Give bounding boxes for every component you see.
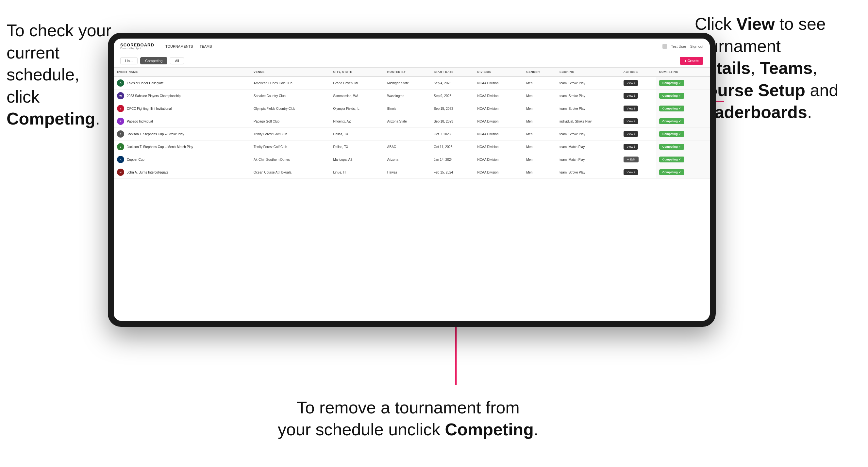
actions-cell: View ℹ [620, 128, 656, 141]
venue: Ak-Chin Southern Dunes [250, 153, 330, 166]
annotation-line1: To check your [6, 21, 112, 40]
tab-competing[interactable]: Competing [140, 57, 167, 64]
actions-cell: View ℹ [620, 102, 656, 115]
table-header-row: EVENT NAME VENUE CITY, STATE HOSTED BY S… [114, 68, 710, 76]
gender: Men [523, 102, 556, 115]
competing-badge[interactable]: Competing ✓ [659, 105, 685, 112]
hosted-by: Michigan State [384, 76, 430, 90]
hosted-by: Hawaii [384, 166, 430, 179]
powered-by: Powered by clippi [120, 47, 154, 50]
hosted-by: Illinois [384, 102, 430, 115]
scoring: team, Stroke Play [556, 102, 620, 115]
event-name-cell: H John A. Burns Intercollegiate [114, 166, 250, 179]
event-name-cell: J Jackson T. Stephens Cup – Men's Match … [114, 141, 250, 153]
venue: Trinity Forest Golf Club [250, 128, 330, 141]
nav-tournaments[interactable]: TOURNAMENTS [165, 44, 193, 49]
view-button[interactable]: View ℹ [624, 93, 638, 99]
scoring: team, Match Play [556, 153, 620, 166]
gender: Men [523, 90, 556, 102]
competing-cell: Competing ✓ [656, 102, 710, 115]
hosted-by: Washington [384, 90, 430, 102]
annotation-end: . [95, 109, 100, 128]
competing-badge[interactable]: Competing ✓ [659, 144, 685, 150]
view-button[interactable]: View ℹ [624, 169, 638, 175]
city-state: Maricopa, AZ [330, 153, 384, 166]
actions-cell: View ℹ [620, 166, 656, 179]
col-start-date: START DATE [430, 68, 474, 76]
view-button[interactable]: View ℹ [624, 105, 638, 112]
scoring: team, Stroke Play [556, 76, 620, 90]
col-actions: ACTIONS [620, 68, 656, 76]
col-scoring: SCORING [556, 68, 620, 76]
nav-brand: SCOREBOARD Powered by clippi [120, 43, 154, 50]
start-date: Sep 9, 2023 [430, 90, 474, 102]
actions-cell: View ℹ [620, 76, 656, 90]
view-button[interactable]: View ℹ [624, 80, 638, 86]
annotation-line2: current schedule, [6, 43, 80, 84]
competing-cell: Competing ✓ [656, 90, 710, 102]
actions-cell: ✏ Edit [620, 153, 656, 166]
ann-b-2: your schedule unclick [278, 420, 445, 439]
city-state: Sammamish, WA [330, 90, 384, 102]
event-name-text: 2023 Sahalee Players Championship [127, 94, 181, 98]
competing-cell: Competing ✓ [656, 128, 710, 141]
start-date: Sep 18, 2023 [430, 115, 474, 128]
hosted-by: Arizona State [384, 115, 430, 128]
ann-tr-4: , [751, 59, 760, 77]
competing-badge[interactable]: Competing ✓ [659, 80, 685, 86]
table-row: S Folds of Honor Collegiate American Dun… [114, 76, 710, 90]
hosted-by [384, 128, 430, 141]
edit-button[interactable]: ✏ Edit [624, 157, 639, 162]
tab-home[interactable]: Ho... [120, 57, 137, 64]
city-state: Olympia Fields, IL [330, 102, 384, 115]
team-logo: J [117, 143, 124, 150]
event-name-text: OFCC Fighting Illini Invitational [127, 107, 172, 111]
view-button[interactable]: View ℹ [624, 118, 638, 124]
col-event-name: EVENT NAME [114, 68, 250, 76]
competing-badge[interactable]: Competing ✓ [659, 157, 685, 162]
start-date: Jan 14, 2024 [430, 153, 474, 166]
table-row: J Jackson T. Stephens Cup – Men's Match … [114, 141, 710, 153]
start-date: Sep 4, 2023 [430, 76, 474, 90]
view-button[interactable]: View ℹ [624, 144, 638, 150]
hosted-by: ABAC [384, 141, 430, 153]
ann-b-bold: Competing [445, 420, 534, 439]
competing-badge[interactable]: Competing ✓ [659, 131, 685, 137]
event-name-cell: W 2023 Sahalee Players Championship [114, 90, 250, 102]
table-row: W 2023 Sahalee Players Championship Saha… [114, 90, 710, 102]
team-logo: I [117, 105, 124, 112]
division: NCAA Division I [474, 90, 523, 102]
nav-teams[interactable]: TEAMS [200, 44, 212, 49]
sign-out-link[interactable]: Sign out [690, 44, 703, 49]
navbar: SCOREBOARD Powered by clippi TOURNAMENTS… [114, 38, 710, 54]
city-state: Dallas, TX [330, 128, 384, 141]
gender: Men [523, 153, 556, 166]
venue: Ocean Course At Hokuala [250, 166, 330, 179]
event-name-text: Copper Cup [127, 158, 145, 161]
competing-badge[interactable]: Competing ✓ [659, 118, 685, 124]
ann-b-end: . [534, 420, 538, 439]
city-state: Lihue, HI [330, 166, 384, 179]
start-date: Oct 11, 2023 [430, 141, 474, 153]
tab-all[interactable]: All [170, 57, 184, 64]
table-row: P Papago Individual Papago Golf ClubPhoe… [114, 115, 710, 128]
event-name-text: Jackson T. Stephens Cup – Men's Match Pl… [127, 145, 193, 149]
venue: Trinity Forest Golf Club [250, 141, 330, 153]
user-icon [662, 44, 667, 49]
start-date: Feb 15, 2024 [430, 166, 474, 179]
hosted-by: Arizona [384, 153, 430, 166]
competing-badge[interactable]: Competing ✓ [659, 169, 685, 175]
table-row: H John A. Burns Intercollegiate Ocean Co… [114, 166, 710, 179]
scoring: team, Stroke Play [556, 166, 620, 179]
city-state: Grand Haven, MI [330, 76, 384, 90]
ann-tr-5: , [812, 59, 817, 77]
table-row: I OFCC Fighting Illini Invitational Olym… [114, 102, 710, 115]
tablet-frame: SCOREBOARD Powered by clippi TOURNAMENTS… [108, 33, 716, 327]
team-logo: P [117, 118, 124, 125]
create-button[interactable]: + Create [680, 57, 703, 65]
view-button[interactable]: View ℹ [624, 131, 638, 137]
gender: Men [523, 128, 556, 141]
division: NCAA Division I [474, 102, 523, 115]
venue: American Dunes Golf Club [250, 76, 330, 90]
competing-badge[interactable]: Competing ✓ [659, 93, 685, 99]
